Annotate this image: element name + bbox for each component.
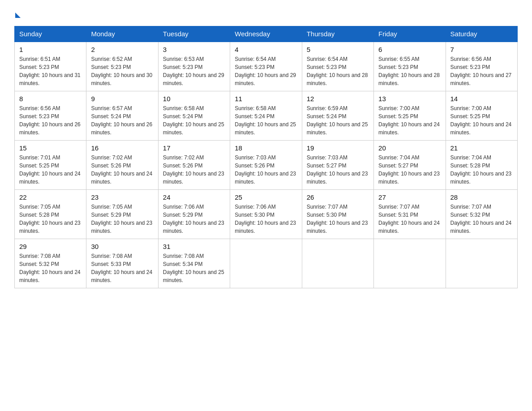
col-header-thursday: Thursday xyxy=(302,26,373,42)
col-header-tuesday: Tuesday xyxy=(158,26,230,42)
day-info: Sunrise: 7:07 AMSunset: 5:32 PMDaylight:… xyxy=(450,203,513,235)
day-info: Sunrise: 7:06 AMSunset: 5:29 PMDaylight:… xyxy=(163,203,225,235)
calendar-week-row: 22 Sunrise: 7:05 AMSunset: 5:28 PMDaylig… xyxy=(15,190,518,239)
logo-arrow-icon xyxy=(15,13,21,18)
day-info: Sunrise: 7:03 AMSunset: 5:26 PMDaylight:… xyxy=(235,154,297,186)
calendar-cell: 11 Sunrise: 6:58 AMSunset: 5:24 PMDaylig… xyxy=(230,91,302,141)
day-info: Sunrise: 6:56 AMSunset: 5:23 PMDaylight:… xyxy=(450,55,513,87)
day-number: 25 xyxy=(235,193,297,201)
day-info: Sunrise: 6:51 AMSunset: 5:23 PMDaylight:… xyxy=(19,55,82,87)
day-number: 14 xyxy=(450,95,513,103)
calendar-cell: 16 Sunrise: 7:02 AMSunset: 5:26 PMDaylig… xyxy=(86,141,158,190)
day-number: 29 xyxy=(19,243,82,250)
day-number: 4 xyxy=(235,46,297,53)
day-number: 11 xyxy=(235,95,297,103)
calendar-cell: 12 Sunrise: 6:59 AMSunset: 5:24 PMDaylig… xyxy=(302,91,373,141)
day-info: Sunrise: 6:55 AMSunset: 5:23 PMDaylight:… xyxy=(378,55,441,87)
day-number: 20 xyxy=(378,144,441,152)
calendar-week-row: 1 Sunrise: 6:51 AMSunset: 5:23 PMDayligh… xyxy=(15,42,518,91)
col-header-saturday: Saturday xyxy=(446,26,517,42)
day-info: Sunrise: 7:00 AMSunset: 5:25 PMDaylight:… xyxy=(378,104,441,137)
calendar-cell xyxy=(230,239,302,288)
day-info: Sunrise: 7:02 AMSunset: 5:26 PMDaylight:… xyxy=(163,154,225,186)
day-info: Sunrise: 6:54 AMSunset: 5:23 PMDaylight:… xyxy=(307,55,369,87)
col-header-friday: Friday xyxy=(374,26,446,42)
calendar-cell: 20 Sunrise: 7:04 AMSunset: 5:27 PMDaylig… xyxy=(374,141,446,190)
calendar-cell xyxy=(374,239,446,288)
calendar-table: SundayMondayTuesdayWednesdayThursdayFrid… xyxy=(14,26,518,288)
calendar-cell: 8 Sunrise: 6:56 AMSunset: 5:23 PMDayligh… xyxy=(15,91,86,141)
day-info: Sunrise: 7:08 AMSunset: 5:34 PMDaylight:… xyxy=(163,252,225,284)
day-info: Sunrise: 6:54 AMSunset: 5:23 PMDaylight:… xyxy=(235,55,297,87)
calendar-cell: 21 Sunrise: 7:04 AMSunset: 5:28 PMDaylig… xyxy=(446,141,517,190)
day-info: Sunrise: 7:04 AMSunset: 5:28 PMDaylight:… xyxy=(450,154,513,186)
calendar-cell: 13 Sunrise: 7:00 AMSunset: 5:25 PMDaylig… xyxy=(374,91,446,141)
day-info: Sunrise: 6:52 AMSunset: 5:23 PMDaylight:… xyxy=(91,55,153,87)
calendar-cell xyxy=(446,239,517,288)
day-number: 13 xyxy=(378,95,441,103)
calendar-cell: 17 Sunrise: 7:02 AMSunset: 5:26 PMDaylig… xyxy=(158,141,230,190)
calendar-cell: 27 Sunrise: 7:07 AMSunset: 5:31 PMDaylig… xyxy=(374,190,446,239)
calendar-cell: 7 Sunrise: 6:56 AMSunset: 5:23 PMDayligh… xyxy=(446,42,517,91)
day-number: 9 xyxy=(91,95,153,103)
calendar-cell: 26 Sunrise: 7:07 AMSunset: 5:30 PMDaylig… xyxy=(302,190,373,239)
calendar-cell: 15 Sunrise: 7:01 AMSunset: 5:25 PMDaylig… xyxy=(15,141,86,190)
day-number: 16 xyxy=(91,144,153,152)
col-header-sunday: Sunday xyxy=(15,26,86,42)
day-info: Sunrise: 6:57 AMSunset: 5:24 PMDaylight:… xyxy=(91,104,153,137)
day-info: Sunrise: 7:07 AMSunset: 5:31 PMDaylight:… xyxy=(378,203,441,235)
calendar-cell: 9 Sunrise: 6:57 AMSunset: 5:24 PMDayligh… xyxy=(86,91,158,141)
calendar-cell: 14 Sunrise: 7:00 AMSunset: 5:25 PMDaylig… xyxy=(446,91,517,141)
day-number: 5 xyxy=(307,46,369,53)
day-number: 15 xyxy=(19,144,82,152)
day-number: 19 xyxy=(307,144,369,152)
day-info: Sunrise: 6:58 AMSunset: 5:24 PMDaylight:… xyxy=(163,104,225,137)
day-info: Sunrise: 7:05 AMSunset: 5:28 PMDaylight:… xyxy=(19,203,82,235)
day-number: 21 xyxy=(450,144,513,152)
day-info: Sunrise: 7:01 AMSunset: 5:25 PMDaylight:… xyxy=(19,154,82,186)
calendar-week-row: 15 Sunrise: 7:01 AMSunset: 5:25 PMDaylig… xyxy=(15,141,518,190)
calendar-cell: 25 Sunrise: 7:06 AMSunset: 5:30 PMDaylig… xyxy=(230,190,302,239)
day-number: 17 xyxy=(163,144,225,152)
calendar-cell: 4 Sunrise: 6:54 AMSunset: 5:23 PMDayligh… xyxy=(230,42,302,91)
day-number: 26 xyxy=(307,193,369,201)
calendar-cell: 1 Sunrise: 6:51 AMSunset: 5:23 PMDayligh… xyxy=(15,42,86,91)
day-info: Sunrise: 6:53 AMSunset: 5:23 PMDaylight:… xyxy=(163,55,225,87)
calendar-cell: 2 Sunrise: 6:52 AMSunset: 5:23 PMDayligh… xyxy=(86,42,158,91)
day-number: 24 xyxy=(163,193,225,201)
day-info: Sunrise: 7:06 AMSunset: 5:30 PMDaylight:… xyxy=(235,203,297,235)
day-info: Sunrise: 7:08 AMSunset: 5:33 PMDaylight:… xyxy=(91,252,153,284)
calendar-cell: 19 Sunrise: 7:03 AMSunset: 5:27 PMDaylig… xyxy=(302,141,373,190)
calendar-cell: 3 Sunrise: 6:53 AMSunset: 5:23 PMDayligh… xyxy=(158,42,230,91)
day-number: 28 xyxy=(450,193,513,201)
calendar-cell: 31 Sunrise: 7:08 AMSunset: 5:34 PMDaylig… xyxy=(158,239,230,288)
day-number: 1 xyxy=(19,46,82,53)
calendar-cell: 29 Sunrise: 7:08 AMSunset: 5:32 PMDaylig… xyxy=(15,239,86,288)
day-info: Sunrise: 7:02 AMSunset: 5:26 PMDaylight:… xyxy=(91,154,153,186)
day-number: 23 xyxy=(91,193,153,201)
day-info: Sunrise: 7:03 AMSunset: 5:27 PMDaylight:… xyxy=(307,154,369,186)
day-info: Sunrise: 7:05 AMSunset: 5:29 PMDaylight:… xyxy=(91,203,153,235)
calendar-cell: 28 Sunrise: 7:07 AMSunset: 5:32 PMDaylig… xyxy=(446,190,517,239)
page-header xyxy=(14,11,518,18)
calendar-cell: 10 Sunrise: 6:58 AMSunset: 5:24 PMDaylig… xyxy=(158,91,230,141)
day-info: Sunrise: 7:00 AMSunset: 5:25 PMDaylight:… xyxy=(450,104,513,137)
day-info: Sunrise: 7:04 AMSunset: 5:27 PMDaylight:… xyxy=(378,154,441,186)
day-number: 12 xyxy=(307,95,369,103)
day-number: 30 xyxy=(91,243,153,250)
day-info: Sunrise: 6:56 AMSunset: 5:23 PMDaylight:… xyxy=(19,104,82,137)
day-number: 6 xyxy=(378,46,441,53)
day-info: Sunrise: 6:58 AMSunset: 5:24 PMDaylight:… xyxy=(235,104,297,137)
day-number: 31 xyxy=(163,243,225,250)
day-number: 2 xyxy=(91,46,153,53)
calendar-week-row: 8 Sunrise: 6:56 AMSunset: 5:23 PMDayligh… xyxy=(15,91,518,141)
calendar-cell: 24 Sunrise: 7:06 AMSunset: 5:29 PMDaylig… xyxy=(158,190,230,239)
day-number: 7 xyxy=(450,46,513,53)
day-info: Sunrise: 7:08 AMSunset: 5:32 PMDaylight:… xyxy=(19,252,82,284)
day-number: 10 xyxy=(163,95,225,103)
day-info: Sunrise: 6:59 AMSunset: 5:24 PMDaylight:… xyxy=(307,104,369,137)
day-number: 22 xyxy=(19,193,82,201)
col-header-monday: Monday xyxy=(86,26,158,42)
calendar-cell: 18 Sunrise: 7:03 AMSunset: 5:26 PMDaylig… xyxy=(230,141,302,190)
calendar-cell xyxy=(302,239,373,288)
